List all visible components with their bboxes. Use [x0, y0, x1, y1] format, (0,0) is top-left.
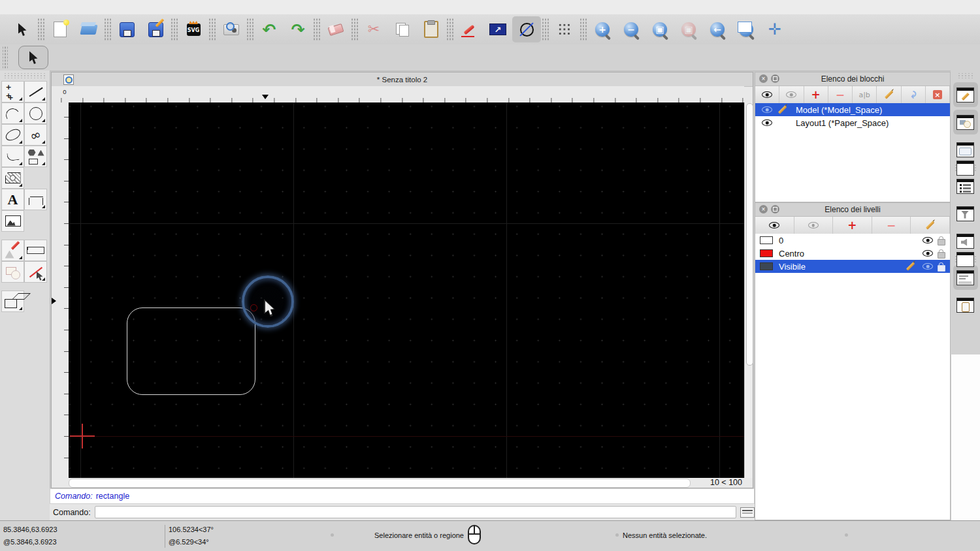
delete-block-button[interactable]: × [926, 86, 950, 103]
layer-lock-icon[interactable] [938, 265, 945, 272]
edit-block-button[interactable] [877, 86, 901, 103]
float-panel-button[interactable] [771, 74, 779, 83]
dock-toggle-block-list[interactable] [953, 228, 978, 253]
tool-modify-attributes[interactable] [24, 261, 47, 283]
zoom-in-button[interactable]: + [588, 16, 617, 42]
active-selection-tool-button[interactable] [18, 46, 48, 69]
drawing-canvas[interactable] [69, 102, 745, 479]
dock-toggle-clipboard[interactable] [953, 292, 978, 317]
relative-polar: @6.529<34° [169, 538, 209, 546]
tool-line[interactable] [24, 81, 47, 102]
float-panel-button[interactable] [771, 205, 779, 213]
tool-circle[interactable] [24, 102, 47, 124]
print-preview-button[interactable] [217, 16, 246, 42]
save-as-button[interactable] [141, 16, 170, 42]
Model (*Model_Space)[interactable]: Model (*Model_Space) [755, 103, 950, 116]
dock-toggle-library[interactable] [953, 110, 978, 134]
insert-block-button[interactable]: ↷ [902, 86, 926, 103]
tool-text[interactable] [1, 189, 24, 210]
block-visibility-icon[interactable] [762, 119, 772, 126]
dock-toggle-command-line[interactable] [953, 265, 978, 290]
tool-image[interactable] [1, 210, 24, 232]
tool-ellipse[interactable] [1, 124, 24, 146]
drawing-title-bar[interactable]: * Senza titolo 2 [52, 72, 753, 87]
toggle-construction-lines-button[interactable] [512, 16, 541, 42]
remove-block-button[interactable]: − [828, 86, 853, 103]
horizontal-scrollbar-thumb[interactable] [69, 479, 691, 488]
dock-toggle-layer-filter[interactable] [953, 201, 978, 226]
open-drawing-button[interactable] [74, 16, 103, 42]
0[interactable]: 0 [755, 234, 950, 247]
tool-modify[interactable] [1, 240, 24, 261]
export-svg-button[interactable] [179, 16, 208, 42]
palette-drag-handle[interactable] [4, 73, 46, 78]
v-ruler-cursor-marker [52, 298, 59, 304]
toolbar-drag-handle[interactable] [3, 46, 8, 69]
dock-strip-handle[interactable] [957, 73, 974, 78]
tool-hatch[interactable] [1, 167, 24, 189]
rename-block-button[interactable]: a|b [853, 86, 877, 103]
new-drawing-button[interactable] [46, 16, 74, 42]
close-panel-button[interactable]: × [759, 205, 768, 213]
dock-toggle-layer-list[interactable] [953, 174, 978, 198]
dock-toggle-block-edit[interactable] [953, 82, 978, 107]
tool-arc[interactable] [1, 102, 24, 124]
close-panel-button[interactable]: × [759, 74, 768, 83]
tool-measure[interactable] [24, 240, 47, 261]
selection-pointer-button[interactable] [8, 16, 37, 42]
hide-all-layers-button[interactable] [794, 217, 834, 234]
tool-polyline[interactable] [1, 146, 24, 167]
Layout1 (*Paper_Space)[interactable]: Layout1 (*Paper_Space) [755, 116, 950, 129]
zoom-auto-button[interactable]: ▣ [645, 16, 674, 42]
layer-edit-icon[interactable] [906, 262, 914, 270]
show-all-layers-button[interactable] [755, 217, 794, 234]
zoom-pan-button[interactable]: ✛ [760, 16, 789, 42]
undo-button[interactable]: ↶ [255, 16, 284, 42]
zoom-window-button[interactable] [732, 16, 760, 42]
cut-button[interactable]: ✂ [359, 16, 388, 42]
tool-info[interactable] [1, 261, 24, 283]
absolute-polar: 106.5234<37° [169, 526, 214, 533]
redo-button[interactable]: ↷ [284, 16, 312, 42]
remove-layer-button[interactable]: − [872, 217, 911, 234]
command-input[interactable] [95, 506, 737, 518]
info-icon [3, 262, 24, 283]
tool-points[interactable] [1, 81, 24, 102]
layer-lock-icon[interactable] [938, 239, 945, 245]
saveas-icon [145, 19, 166, 40]
layer-list: 0 Centro Visibile [755, 234, 950, 520]
block-visibility-icon[interactable] [762, 106, 772, 113]
modattr-icon [25, 262, 46, 283]
tool-spline[interactable] [24, 124, 47, 146]
properties-button[interactable] [483, 16, 512, 42]
command-options-button[interactable] [740, 507, 755, 518]
edit-layer-button[interactable] [911, 217, 950, 234]
hide-all-blocks-button[interactable] [779, 86, 804, 103]
delete-selected-button[interactable] [321, 16, 350, 42]
dock-toggle-preview[interactable] [953, 137, 978, 162]
zoom-previous-button[interactable]: ← [703, 16, 732, 42]
zoom-redraw-button[interactable]: ▣ [674, 16, 703, 42]
add-layer-button[interactable]: + [833, 217, 872, 234]
show-all-blocks-button[interactable] [755, 86, 779, 103]
vertical-scrollbar-thumb[interactable] [746, 103, 753, 366]
Centro[interactable]: Centro [755, 247, 950, 260]
paste-button[interactable] [417, 16, 446, 42]
vertical-scrollbar[interactable] [744, 102, 753, 479]
layer-visibility-icon[interactable] [923, 237, 933, 244]
grid-toggle-button[interactable] [550, 16, 579, 42]
layer-visibility-icon[interactable] [923, 250, 933, 257]
tool-polygon[interactable] [24, 146, 47, 167]
horizontal-scrollbar[interactable]: 10 < 100 [52, 478, 753, 488]
attributes-pen-button[interactable] [455, 16, 483, 42]
layer-lock-icon[interactable] [938, 252, 945, 259]
save-button[interactable] [112, 16, 141, 42]
rounded-rectangle-entity[interactable] [127, 307, 255, 395]
add-block-button[interactable]: + [804, 86, 828, 103]
tool-dimension[interactable] [24, 189, 47, 210]
zoom-out-button[interactable]: − [617, 16, 645, 42]
Visibile[interactable]: Visibile [755, 260, 950, 273]
tool-solid-3d[interactable] [1, 291, 24, 312]
layer-visibility-icon[interactable] [923, 263, 933, 270]
copy-button[interactable] [388, 16, 417, 42]
